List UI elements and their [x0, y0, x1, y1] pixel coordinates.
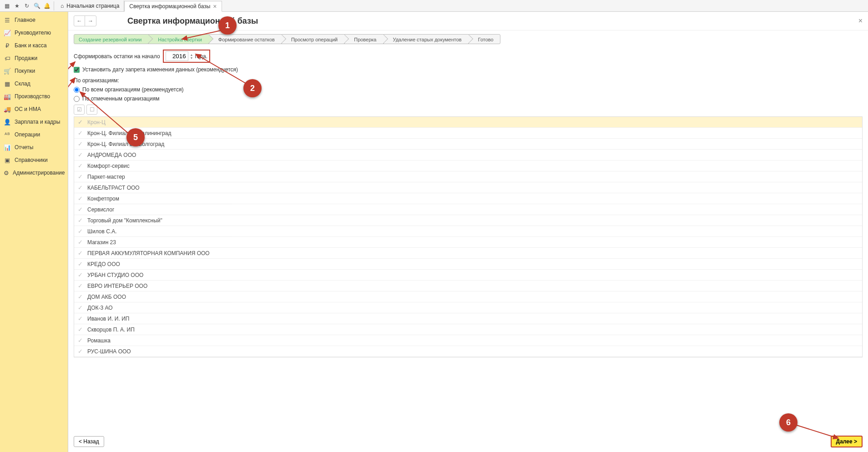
back-arrow-icon[interactable]: ← — [74, 16, 85, 26]
sidebar-item-admin[interactable]: ⚙Администрирование — [0, 166, 68, 179]
org-row[interactable]: ✓КРЕДО ООО — [74, 259, 862, 270]
radio-selected-orgs[interactable]: По отмеченным организациям — [74, 95, 863, 102]
sidebar-item-label: Руководителю — [15, 30, 51, 36]
apps-icon[interactable]: ▦ — [2, 1, 12, 11]
home-icon: ⌂ — [61, 3, 64, 9]
check-icon: ✓ — [78, 271, 83, 278]
org-row[interactable]: ✓Скворцов П. А. ИП — [74, 324, 862, 335]
wizard-step-backup[interactable]: Создание резервной копии — [74, 34, 148, 44]
org-name: Сервислог — [87, 206, 114, 213]
tab-home[interactable]: ⌂ Начальная страница — [56, 0, 124, 11]
org-name: Паркет-мастер — [87, 174, 125, 180]
lock-date-label: Установить дату запрета изменения данных… — [82, 66, 238, 73]
main-header: ← → Свертка информационной базы × — [68, 12, 868, 30]
org-row[interactable]: ✓КАБЕЛЬТРАСТ ООО — [74, 182, 862, 193]
close-icon[interactable]: × — [213, 3, 217, 10]
sidebar-item-directories[interactable]: ▣Справочники — [0, 154, 68, 166]
gear-icon: ⚙ — [4, 169, 9, 176]
org-row[interactable]: ✓ПЕРВАЯ АККУМУЛЯТОРНАЯ КОМПАНИЯ ООО — [74, 248, 862, 259]
sidebar-item-hr[interactable]: 👤Зарплата и кадры — [0, 116, 68, 128]
org-row[interactable]: ✓Ромашка — [74, 335, 862, 346]
wizard-step-settings[interactable]: Настройка свертки — [148, 34, 208, 44]
lock-date-checkbox-row[interactable]: Установить дату запрета изменения данных… — [74, 66, 863, 73]
org-row[interactable]: ✓Крон-Ц. Филиал в г. Калининград — [74, 128, 862, 139]
year-spinner[interactable]: ▲▼ — [190, 53, 193, 60]
org-row[interactable]: ✓Сервислог — [74, 204, 862, 215]
sidebar-item-sales[interactable]: 🏷Продажи — [0, 52, 68, 65]
factory-icon: 🏭 — [4, 93, 11, 100]
sidebar-item-assets[interactable]: 🚚ОС и НМА — [0, 103, 68, 116]
sidebar-item-production[interactable]: 🏭Производство — [0, 90, 68, 103]
history-icon[interactable]: ↻ — [22, 1, 32, 11]
sidebar-item-warehouse[interactable]: ▦Склад — [0, 77, 68, 90]
sidebar-item-label: ОС и НМА — [15, 106, 41, 112]
org-name: КРЕДО ООО — [87, 261, 120, 267]
org-row[interactable]: ✓Магазин 23 — [74, 237, 862, 248]
close-page-icon[interactable]: × — [858, 17, 863, 25]
check-icon: ✓ — [78, 162, 83, 169]
sidebar-item-label: Главное — [15, 17, 35, 23]
sidebar-item-label: Справочники — [15, 157, 48, 163]
org-row[interactable]: ✓РУС-ШИНА ООО — [74, 346, 862, 357]
org-row[interactable]: ✓Торговый дом "Комплексный" — [74, 215, 862, 226]
wizard-step-balances[interactable]: Формирование остатков — [209, 34, 282, 44]
sidebar-item-purchases[interactable]: 🛒Покупки — [0, 65, 68, 77]
check-icon: ✓ — [78, 228, 83, 235]
sidebar-item-manager[interactable]: 📈Руководителю — [0, 26, 68, 39]
radio-all-input[interactable] — [74, 87, 80, 93]
org-row[interactable]: ✓ЕВРО ИНТЕРЬЕР ООО — [74, 281, 862, 291]
tab-home-label: Начальная страница — [66, 3, 119, 9]
org-row[interactable]: ✓ДОК-3 АО — [74, 302, 862, 313]
org-row[interactable]: ✓Конфетпром — [74, 193, 862, 204]
sidebar-item-label: Склад — [15, 80, 30, 87]
back-button[interactable]: < Назад — [74, 436, 104, 447]
radio-all-orgs[interactable]: По всем организациям (рекомендуется) — [74, 86, 863, 93]
star-icon[interactable]: ★ — [12, 1, 22, 11]
wizard-steps: Создание резервной копии Настройка сверт… — [74, 34, 863, 44]
next-button[interactable]: Далее > — [831, 436, 863, 447]
check-icon: ✓ — [78, 195, 83, 202]
callout-1: 1 — [218, 16, 237, 35]
org-list: ✓Крон-Ц✓Крон-Ц. Филиал в г. Калининград✓… — [74, 116, 863, 357]
balances-label: Сформировать остатки на начало — [74, 53, 160, 60]
forward-arrow-icon[interactable]: → — [85, 16, 96, 26]
check-icon: ✓ — [78, 261, 83, 267]
org-row[interactable]: ✓Крон-Ц — [74, 117, 862, 128]
sidebar-item-label: Банк и касса — [15, 42, 47, 49]
org-name: Конфетпром — [87, 196, 119, 202]
check-icon: ✓ — [78, 130, 83, 136]
sidebar-item-bank[interactable]: ₽Банк и касса — [0, 39, 68, 52]
org-name: РУС-ШИНА ООО — [87, 348, 131, 355]
lock-date-checkbox[interactable] — [74, 67, 80, 73]
radio-selected-input[interactable] — [74, 96, 80, 102]
org-row[interactable]: ✓Шилов С.А. — [74, 226, 862, 237]
bell-icon[interactable]: 🔔 — [42, 1, 52, 11]
wizard-step-done[interactable]: Готово — [469, 34, 500, 44]
sidebar-item-label: Продажи — [15, 55, 37, 61]
check-icon: ✓ — [78, 337, 83, 344]
sidebar-item-operations[interactable]: ᴬᴮОперации — [0, 128, 68, 141]
wizard-step-delete[interactable]: Удаление старых документов — [384, 34, 469, 44]
check-icon: ✓ — [78, 250, 83, 256]
year-input[interactable] — [166, 51, 188, 61]
org-row[interactable]: ✓Комфорт-сервис — [74, 161, 862, 171]
org-row[interactable]: ✓АНДРОМЕДА ООО — [74, 150, 862, 161]
sidebar-item-reports[interactable]: 📊Отчеты — [0, 141, 68, 154]
tab-current[interactable]: Свертка информационной базы × — [124, 1, 222, 12]
uncheck-all-button[interactable]: ☐ — [86, 105, 97, 115]
org-name: ДОМ АКБ ООО — [87, 294, 126, 300]
grid-icon: ▦ — [4, 80, 11, 87]
check-all-button[interactable]: ☑ — [74, 105, 85, 115]
org-row[interactable]: ✓Паркет-мастер — [74, 171, 862, 182]
wizard-step-check[interactable]: Проверка — [344, 34, 383, 44]
sidebar-item-main[interactable]: ☰Главное — [0, 14, 68, 26]
org-row[interactable]: ✓Крон-Ц. Филиал в г. Волгоград — [74, 139, 862, 150]
org-name: Ромашка — [87, 337, 111, 344]
toolbar-divider — [54, 1, 54, 10]
org-row[interactable]: ✓ДОМ АКБ ООО — [74, 291, 862, 302]
org-row[interactable]: ✓Иванов И. И. ИП — [74, 313, 862, 324]
wizard-step-review[interactable]: Просмотр операций — [282, 34, 344, 44]
ops-icon: ᴬᴮ — [4, 131, 11, 138]
org-row[interactable]: ✓УРБАН СТУДИО ООО — [74, 270, 862, 281]
search-icon[interactable]: 🔍 — [32, 1, 42, 11]
